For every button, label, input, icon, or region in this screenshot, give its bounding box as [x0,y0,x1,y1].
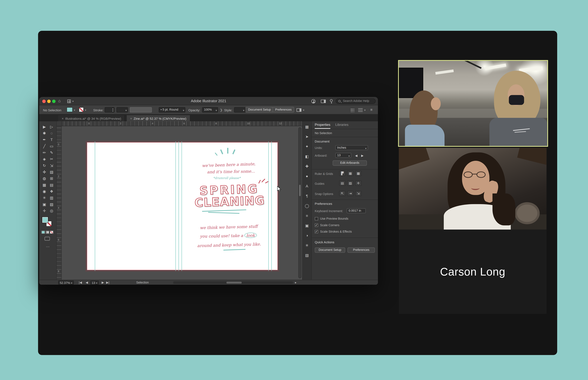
artboard-tool[interactable]: ▣ [41,201,48,208]
selection-tool[interactable]: ▶ [41,124,48,130]
previous-artboard-button[interactable]: ◀ [86,281,88,285]
body-text-line1[interactable]: we think we have some stuff [187,224,271,230]
burst-panel-icon[interactable]: ✳ [304,243,310,248]
artboard[interactable]: we've been here a minute, and it's time … [87,142,278,270]
chevron-down-icon[interactable]: ▾ [364,109,365,112]
document-setup-button[interactable]: Document Setup [246,107,273,113]
circled-word[interactable]: look [244,232,257,238]
blend-tool[interactable]: ❖ [48,188,55,194]
zoom-level-dropdown[interactable]: 52.37% ▾ [58,281,74,285]
preferences-button[interactable]: Preferences [273,107,294,113]
column-graph-tool[interactable]: ▥ [48,194,55,201]
keyboard-increment-field[interactable]: 0.0017 in [347,208,366,213]
eyedropper-tool[interactable]: ◉ [41,188,48,194]
rotate-tool[interactable]: ↻ [41,162,48,169]
mesh-tool[interactable]: ▦ [41,182,48,188]
circle-panel-icon[interactable]: ● [304,174,310,179]
scissors-tool[interactable]: ✂ [48,156,55,162]
variable-width-profile[interactable] [130,107,152,113]
canvas[interactable]: 0 2 4 6 8 10 12 0 2 4 6 8 [57,121,302,280]
rectangle-tool[interactable]: ▭ [48,143,55,149]
artboard-number-dropdown[interactable]: 13 ▾ [90,281,99,285]
ellipse-panel-icon[interactable]: ◯ [304,203,310,209]
qa-preferences-button[interactable]: Preferences [348,247,375,253]
character-panel-icon[interactable]: A [304,184,310,189]
stroke-uniform-dropdown[interactable]: ▾ [116,107,128,113]
pen-tool[interactable]: ✒ [41,136,48,143]
discover-icon[interactable] [330,99,333,102]
panels-icon[interactable] [321,100,326,103]
color-mode-button[interactable] [42,231,45,234]
headline-cleaning[interactable]: CLEANING [187,193,273,210]
checkbox-scale-strokes-effects[interactable]: ✓ Scale Strokes & Effects [315,230,352,233]
opacity-dropdown[interactable]: 100% ▾ [202,107,218,113]
tab-zine[interactable]: × Zine.ai* @ 52.37 % (CMYK/Preview) [126,115,190,122]
show-guides-icon[interactable]: ▤ [339,181,346,186]
swatch-panel-icon[interactable]: ▣ [304,223,310,228]
checkbox-box[interactable] [315,217,318,221]
stroke-color-swatch[interactable] [79,107,84,112]
plus-panel-icon[interactable]: ✚ [304,164,310,169]
scrollbar-thumb[interactable] [299,185,301,196]
perspective-grid-tool[interactable]: ⊞ [48,175,55,182]
workspace-grid-icon[interactable] [351,108,354,112]
next-artboard-icon[interactable]: ▶ [361,154,363,157]
cursor-panel-icon[interactable]: ➤ [304,134,310,139]
toolbar-fill-swatch[interactable] [42,217,48,223]
lock-guides-icon[interactable]: ▨ [347,181,354,186]
line-segment-tool[interactable]: ╱ [41,143,48,149]
corner-ruler-icon[interactable]: ▛ [339,171,346,176]
menu-icon[interactable]: ≡ [370,108,373,112]
width-tool[interactable]: ✜ [41,169,48,175]
checkbox-box[interactable]: ✓ [315,224,318,227]
stroke-weight-stepper[interactable]: ▴ ▾ [105,107,114,113]
chevron-down-icon[interactable]: ▾ [303,109,304,112]
shape-builder-tool[interactable]: ◍ [41,175,48,182]
intro-text-line2[interactable]: and it's time for some... [189,169,273,174]
paintbrush-tool[interactable]: ✏ [41,149,48,156]
chevron-down-icon[interactable]: ▾ [74,109,75,112]
units-dropdown[interactable]: Inches ▾ [335,145,368,150]
paragraph-panel-icon[interactable]: ¶ [304,193,310,199]
crop-panel-icon[interactable]: ◧ [304,154,310,159]
participant-name-card[interactable]: Carson Long [399,230,546,314]
close-icon[interactable]: × [62,117,64,121]
lines-panel-icon[interactable]: ≡ [304,213,310,219]
brush-definition-dropdown[interactable]: • 5 pt. Round ▾ [159,107,185,113]
symbol-sprayer-tool[interactable]: ✳ [41,194,48,201]
type-tool[interactable]: T [48,136,55,143]
checkbox-scale-corners[interactable]: ✓ Scale Corners [315,224,339,227]
scrollbar-thumb[interactable] [227,282,242,284]
none-mode-button[interactable] [50,231,53,234]
chevron-right-icon[interactable]: ❯ [220,108,223,112]
lasso-tool[interactable]: ◌ [48,130,55,136]
stepper-down-icon[interactable]: ▾ [112,109,113,113]
account-icon[interactable] [311,99,315,103]
free-transform-tool[interactable]: ▧ [48,169,55,175]
drumroll-text[interactable]: *drumroll please* [194,176,259,180]
draw-mode-button[interactable] [44,237,50,241]
qa-document-setup-button[interactable]: Document Setup [315,247,345,253]
eraser-tool[interactable]: ◈ [41,156,48,162]
direct-selection-tool[interactable]: ▷ [48,124,55,130]
style-dropdown[interactable]: ▾ [234,107,246,113]
make-guides-icon[interactable]: ✛ [355,181,361,186]
chevron-down-icon[interactable]: ▾ [85,109,86,112]
checkbox-use-preview-bounds[interactable]: Use Preview Bounds [315,217,348,221]
intro-text-line1[interactable]: we've been here a minute, [187,161,271,168]
grid-icon[interactable]: ▦ [347,171,354,176]
arrange-documents-icon[interactable] [296,108,301,112]
slice-tool[interactable]: ▨ [48,201,55,208]
previous-artboard-icon[interactable]: ◀ [355,154,357,157]
checkbox-box[interactable]: ✓ [315,230,318,233]
hand-tool[interactable]: ✛ [41,208,48,214]
edit-toolbar-icon[interactable]: … [39,244,56,248]
first-artboard-button[interactable]: |◀ [79,281,82,285]
close-icon[interactable]: × [130,117,132,121]
scroll-right-arrow[interactable]: ▸ [295,281,296,285]
video-tile-participant[interactable] [399,148,546,229]
edit-artboards-button[interactable]: Edit Artboards [333,160,367,166]
tab-illustrations[interactable]: × Illustrations.ai* @ 34 % (RGB/Preview) [58,115,125,122]
window-titlebar[interactable]: ⌂ ▾ Adobe Illustrator 2021 Search Adobe … [39,97,378,105]
tab-properties[interactable]: Properties [315,123,330,129]
